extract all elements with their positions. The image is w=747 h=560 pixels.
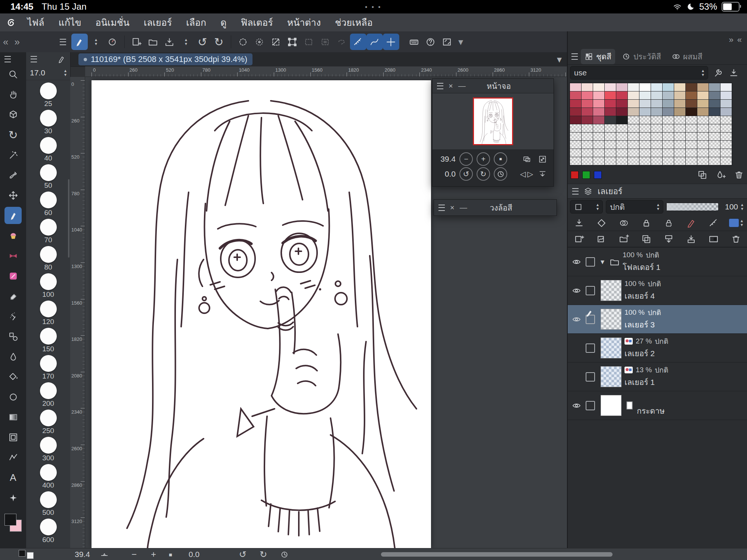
palette-swatch[interactable]: [582, 133, 593, 140]
color-panel-menu-icon[interactable]: [571, 53, 578, 60]
titlebar-chevron-down-icon[interactable]: ▾: [557, 54, 562, 65]
lock-transparent-button[interactable]: [661, 216, 676, 230]
palette-swatch[interactable]: [697, 141, 709, 149]
palette-swatch[interactable]: [628, 100, 639, 108]
navigator-close-icon[interactable]: ×: [449, 82, 453, 90]
zoom-in-button[interactable]: +: [477, 152, 490, 166]
deselect-button[interactable]: [268, 34, 284, 50]
palette-swatch[interactable]: [639, 157, 651, 165]
current-tool-button[interactable]: [71, 34, 88, 50]
color-set-select[interactable]: use ▴▾: [570, 66, 708, 80]
palette-swatch[interactable]: [697, 83, 709, 91]
help-button[interactable]: [422, 34, 439, 50]
brush-panel-menu-icon[interactable]: [31, 56, 37, 62]
palette-swatch[interactable]: [570, 149, 581, 157]
palette-swatch[interactable]: [720, 116, 732, 124]
tool-correction[interactable]: [4, 489, 22, 506]
palette-swatch[interactable]: [709, 91, 720, 99]
palette-swatch[interactable]: [582, 91, 593, 99]
palette-swatch[interactable]: [570, 157, 581, 165]
palette-swatch[interactable]: [720, 133, 732, 140]
toolbar-menu-button[interactable]: [55, 34, 71, 50]
layer-checkbox[interactable]: [586, 286, 595, 295]
keyframe-button[interactable]: [594, 216, 609, 230]
palette-swatch[interactable]: [570, 108, 581, 116]
navigator-menu-icon[interactable]: [437, 83, 443, 89]
palette-swatch[interactable]: [709, 124, 720, 132]
palette-swatch[interactable]: [709, 100, 720, 108]
palette-swatch[interactable]: [628, 108, 639, 116]
palette-swatch[interactable]: [639, 83, 651, 91]
tab-color-mixer[interactable]: ผสมสี: [668, 49, 706, 64]
snap-guide-button[interactable]: [383, 34, 399, 50]
tool-marker[interactable]: [4, 267, 22, 284]
layer-thumbnail[interactable]: [601, 395, 622, 416]
palette-swatch[interactable]: [651, 133, 662, 140]
color-wheel-minimize-icon[interactable]: —: [460, 203, 467, 212]
material-button[interactable]: [104, 34, 121, 50]
open-file-button[interactable]: [145, 34, 161, 50]
layer-thumbnail[interactable]: [601, 280, 622, 301]
brush-size-readout[interactable]: 17.0 ▴▾: [26, 66, 70, 80]
palette-swatch[interactable]: [628, 133, 639, 140]
palette-swatch[interactable]: [582, 157, 593, 165]
palette-swatch[interactable]: [686, 149, 697, 157]
brush-size-item[interactable]: 50: [26, 164, 70, 192]
palette-swatch[interactable]: [720, 83, 732, 91]
palette-swatch[interactable]: [709, 149, 720, 157]
toolbar-chevron-down-icon[interactable]: ▾: [455, 36, 466, 48]
tool-ribbon[interactable]: [4, 247, 22, 264]
tool-figure[interactable]: [4, 328, 22, 345]
palette-swatch[interactable]: [697, 100, 709, 108]
layer-row[interactable]: ▾ 100 % ปกติ เลเยอร์ 3: [568, 305, 747, 334]
layer-visibility-toggle[interactable]: [572, 286, 586, 295]
palette-swatch[interactable]: [570, 83, 581, 91]
palette-swatch[interactable]: [709, 133, 720, 140]
palette-swatch[interactable]: [593, 141, 604, 149]
palette-swatch[interactable]: [663, 149, 674, 157]
import-color-set-icon[interactable]: [729, 68, 739, 78]
bottom-redo-button[interactable]: ↻: [260, 548, 267, 560]
tool-auto-select[interactable]: [4, 146, 22, 164]
menu-item[interactable]: ฟิลเตอร์: [241, 15, 273, 30]
tool-frame[interactable]: [4, 429, 22, 446]
palette-swatch[interactable]: [605, 83, 616, 91]
brush-size-item[interactable]: 40: [26, 137, 70, 164]
brush-size-item[interactable]: 25: [26, 83, 70, 110]
tool-move[interactable]: [4, 187, 22, 204]
keyboard-button[interactable]: [406, 34, 422, 50]
layer-row[interactable]: ▾ 13 % ปกติ เลเยอร์ 1: [568, 363, 747, 391]
palette-swatch[interactable]: [570, 91, 581, 99]
palette-swatch[interactable]: [628, 91, 639, 99]
brush-size-item[interactable]: 30: [26, 110, 70, 137]
rotate-ccw-button[interactable]: ↺: [459, 167, 473, 181]
brush-size-item[interactable]: 500: [26, 491, 70, 519]
brush-panel-pen-icon[interactable]: [57, 55, 66, 63]
bottom-zoom-in-button[interactable]: +: [151, 548, 156, 560]
zoom-slider-icon[interactable]: [100, 548, 109, 560]
palette-swatch[interactable]: [720, 108, 732, 116]
palette-swatch[interactable]: [686, 91, 697, 99]
layer-mask-button[interactable]: [706, 232, 721, 246]
dock-collapse-right-icon[interactable]: »: [729, 35, 734, 45]
redo-button[interactable]: ↻: [211, 34, 227, 50]
palette-swatch[interactable]: [686, 124, 697, 132]
brush-size-item[interactable]: 60: [26, 192, 70, 219]
menu-item[interactable]: ดู: [220, 15, 226, 30]
horizontal-scrollbar[interactable]: [381, 552, 613, 557]
save-button[interactable]: [161, 34, 178, 50]
palette-swatch[interactable]: [593, 100, 604, 108]
selection-rect-button[interactable]: [301, 34, 317, 50]
tool-eyedropper[interactable]: [4, 167, 22, 184]
palette-swatch[interactable]: [582, 83, 593, 91]
palette-swatch[interactable]: [570, 116, 581, 124]
palette-swatch[interactable]: [570, 133, 581, 140]
new-canvas-button[interactable]: [128, 34, 145, 50]
blend-mode-select[interactable]: ปกติ ▴▾: [606, 200, 663, 214]
brush-size-item[interactable]: 200: [26, 382, 70, 410]
layer-visibility-toggle[interactable]: [572, 258, 586, 266]
palette-swatch[interactable]: [663, 133, 674, 140]
menu-item[interactable]: ช่วยเหลือ: [335, 15, 373, 30]
folder-chevron-icon[interactable]: ▾: [601, 257, 610, 266]
palette-swatch[interactable]: [616, 116, 627, 124]
